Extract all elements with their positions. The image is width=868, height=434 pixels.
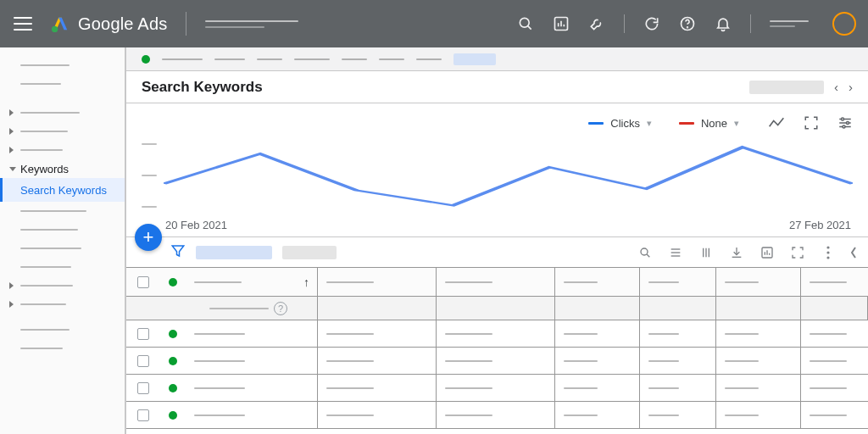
- sidebar-item[interactable]: [0, 320, 125, 339]
- metric-swatch: [679, 122, 694, 125]
- sidebar-subitem[interactable]: [0, 258, 125, 276]
- y-axis: [142, 134, 164, 217]
- col-header[interactable]: [564, 281, 598, 283]
- row-checkbox[interactable]: [137, 355, 149, 367]
- search-icon[interactable]: [517, 15, 534, 32]
- date-range-selector[interactable]: [749, 81, 824, 94]
- status-dot-icon: [169, 411, 177, 420]
- svg-point-12: [842, 118, 844, 120]
- col-header[interactable]: [326, 281, 374, 283]
- notifications-icon[interactable]: [715, 15, 732, 32]
- sidebar-subitem[interactable]: [0, 239, 125, 258]
- filter-chip[interactable]: [196, 246, 272, 259]
- col-keyword[interactable]: [194, 281, 242, 283]
- account-selector[interactable]: [205, 20, 298, 28]
- sidebar-item[interactable]: [0, 103, 125, 122]
- metric-secondary[interactable]: None ▾: [674, 115, 744, 131]
- chart: Clicks ▾ None ▾: [126, 103, 868, 237]
- filter-icon[interactable]: [170, 243, 186, 262]
- table-row[interactable]: [126, 320, 868, 348]
- select-all-checkbox[interactable]: [137, 276, 149, 288]
- reports-icon[interactable]: [553, 15, 570, 32]
- row-checkbox[interactable]: [137, 382, 149, 394]
- date-end: 27 Feb 2021: [789, 219, 851, 231]
- sidebar-item[interactable]: [0, 56, 125, 75]
- sidebar-item[interactable]: [0, 141, 125, 159]
- crumb[interactable]: [214, 58, 245, 60]
- chart-type-icon[interactable]: [768, 116, 785, 130]
- sidebar-item-keywords[interactable]: Keywords: [0, 159, 125, 178]
- col-header[interactable]: [810, 281, 847, 283]
- crumb[interactable]: [342, 58, 367, 60]
- sidebar-item[interactable]: [0, 122, 125, 141]
- menu-icon[interactable]: [14, 14, 32, 33]
- filter-chip[interactable]: [282, 246, 337, 259]
- col-header[interactable]: [445, 281, 492, 283]
- header-actions: [517, 12, 856, 36]
- chart-plot[interactable]: [164, 134, 853, 217]
- table-row[interactable]: [126, 402, 868, 429]
- collapse-icon[interactable]: [851, 245, 856, 260]
- search-icon[interactable]: [637, 245, 653, 260]
- status-dot-icon: [142, 55, 150, 64]
- col-header[interactable]: [725, 281, 759, 283]
- chevron-down-icon: ▾: [734, 118, 739, 129]
- sidebar-item[interactable]: [0, 339, 125, 358]
- crumb[interactable]: [257, 58, 282, 60]
- svg-line-2: [528, 26, 531, 30]
- sidebar-item[interactable]: [0, 295, 125, 314]
- account-placeholder[interactable]: [770, 20, 809, 27]
- sidebar-subitem[interactable]: [0, 202, 125, 220]
- download-icon[interactable]: [729, 245, 744, 260]
- chevron-down-icon: ▾: [647, 118, 652, 129]
- reports-icon[interactable]: [760, 245, 775, 260]
- status-dot-icon: [169, 384, 177, 392]
- expand-icon[interactable]: [790, 245, 805, 260]
- segment-icon[interactable]: [668, 245, 683, 260]
- crumb[interactable]: [416, 58, 442, 60]
- status-header-icon: [169, 278, 177, 287]
- brand[interactable]: Google Ads: [51, 14, 167, 34]
- sidebar-item[interactable]: [0, 276, 125, 295]
- svg-marker-15: [172, 246, 184, 256]
- adjust-icon[interactable]: [837, 115, 853, 131]
- x-axis: 20 Feb 2021 27 Feb 2021: [142, 219, 853, 231]
- columns-icon[interactable]: [698, 245, 714, 260]
- crumb[interactable]: [294, 58, 330, 60]
- help-icon[interactable]: [679, 15, 696, 32]
- brand-name: Google Ads: [78, 14, 167, 34]
- table-row[interactable]: [126, 375, 868, 402]
- next-icon[interactable]: ›: [849, 80, 853, 94]
- prev-icon[interactable]: ‹: [834, 80, 838, 94]
- metric-primary[interactable]: Clicks ▾: [583, 115, 657, 131]
- sidebar-item-search-keywords[interactable]: Search Keywords: [0, 178, 125, 202]
- expand-icon[interactable]: [804, 115, 819, 131]
- app-header: Google Ads: [0, 0, 868, 47]
- more-icon[interactable]: [821, 245, 836, 260]
- date-start: 20 Feb 2021: [165, 219, 227, 231]
- title-bar: Search Keywords ‹ ›: [126, 71, 868, 103]
- add-button[interactable]: +: [135, 224, 162, 251]
- tools-icon[interactable]: [588, 15, 605, 32]
- refresh-icon[interactable]: [643, 15, 660, 32]
- avatar[interactable]: [832, 12, 856, 36]
- sidebar-subitem[interactable]: [0, 220, 125, 239]
- table-row[interactable]: [126, 348, 868, 375]
- google-ads-logo-icon: [51, 14, 70, 33]
- svg-point-0: [52, 26, 58, 32]
- row-checkbox[interactable]: [137, 409, 149, 421]
- main: Search Keywords ‹ › Clicks ▾ None ▾: [125, 47, 868, 434]
- svg-line-17: [647, 254, 649, 257]
- crumb-selected[interactable]: [453, 53, 496, 65]
- svg-point-14: [843, 125, 845, 128]
- svg-point-16: [641, 248, 648, 255]
- sidebar-item[interactable]: [0, 75, 125, 93]
- row-checkbox[interactable]: [137, 328, 149, 340]
- info-icon[interactable]: ?: [274, 302, 287, 315]
- crumb[interactable]: [162, 58, 203, 60]
- svg-point-8: [687, 27, 688, 28]
- sort-asc-icon[interactable]: ↑: [303, 275, 309, 289]
- crumb[interactable]: [379, 58, 404, 60]
- table-toolbar: +: [126, 237, 868, 268]
- col-header[interactable]: [648, 281, 679, 283]
